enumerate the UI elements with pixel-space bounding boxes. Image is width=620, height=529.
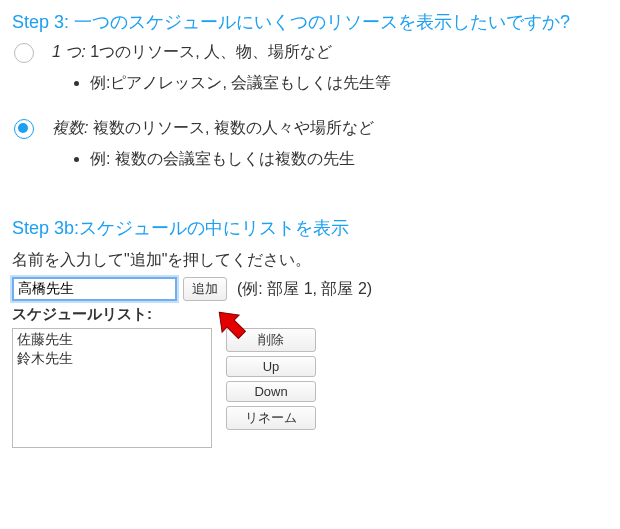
radio-one-resource[interactable]	[14, 43, 34, 63]
example-one: 例:ピアノレッスン, 会議室もしくは先生等	[90, 73, 608, 94]
instruction-text: 名前を入力して"追加"を押してください。	[12, 250, 608, 271]
add-button[interactable]: 追加	[183, 277, 227, 301]
up-button[interactable]: Up	[226, 356, 316, 377]
input-hint: (例: 部屋 1, 部屋 2)	[237, 279, 372, 300]
down-button[interactable]: Down	[226, 381, 316, 402]
list-item[interactable]: 鈴木先生	[17, 350, 207, 369]
radio-multiple-label: 複数: 複数のリソース, 複数の人々や場所など	[52, 118, 608, 139]
schedule-listbox[interactable]: 佐藤先生 鈴木先生	[12, 328, 212, 448]
step3-title: Step 3: 一つのスケジュールにいくつのリソースを表示したいですか?	[12, 10, 608, 34]
list-item[interactable]: 佐藤先生	[17, 331, 207, 350]
rename-button[interactable]: リネーム	[226, 406, 316, 430]
radio-one-label: 1 つ: 1つのリソース, 人、物、場所など	[52, 42, 608, 63]
step3b-title: Step 3b:スケジュールの中にリストを表示	[12, 216, 608, 240]
list-label: スケジュールリスト:	[12, 305, 608, 324]
name-input[interactable]	[12, 277, 177, 301]
radio-multiple-resources[interactable]	[14, 119, 34, 139]
example-multiple: 例: 複数の会議室もしくは複数の先生	[90, 149, 608, 170]
